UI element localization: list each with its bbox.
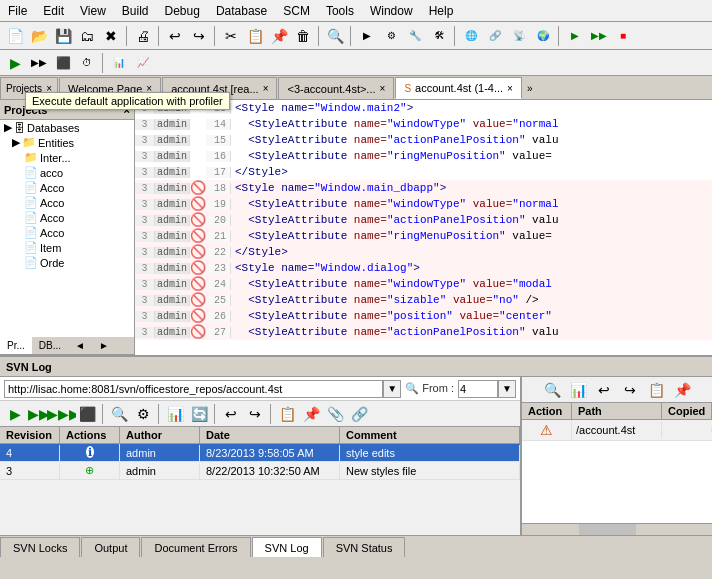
svn-stop-btn[interactable]: ⬛: [76, 403, 98, 425]
svn-run3-btn[interactable]: ▶▶▶: [52, 403, 74, 425]
svn-filter-btn[interactable]: ⚙: [132, 403, 154, 425]
find-btn[interactable]: 🔍: [324, 25, 346, 47]
print-btn[interactable]: 🖨: [132, 25, 154, 47]
new-btn[interactable]: 📄: [4, 25, 26, 47]
panel-tab-db[interactable]: DB...: [32, 337, 68, 354]
svn-url-input[interactable]: [4, 380, 383, 398]
tab-account-active-close[interactable]: ×: [507, 83, 513, 94]
bottom-tab-output[interactable]: Output: [81, 537, 140, 557]
panel-nav-prev[interactable]: ◄: [68, 337, 92, 354]
menu-window[interactable]: Window: [362, 2, 421, 20]
tab-overflow-btn[interactable]: »: [523, 81, 537, 96]
log-table[interactable]: Revision Actions Author Date Comment 4 ℹ…: [0, 427, 520, 535]
tab-3account[interactable]: <3-account.4st>... ×: [278, 77, 394, 99]
profile-btn[interactable]: ⏱: [76, 52, 98, 74]
run2-btn[interactable]: ▶▶: [588, 25, 610, 47]
build4-btn[interactable]: 🛠: [428, 25, 450, 47]
tree-item[interactable]: ▶ 📁 Entities: [0, 135, 134, 150]
tb2-btn2[interactable]: 📈: [132, 52, 154, 74]
url-dropdown-btn[interactable]: ▼: [383, 380, 401, 398]
tab-account-rea-close[interactable]: ×: [263, 83, 269, 94]
save-btn[interactable]: 💾: [52, 25, 74, 47]
cut-btn[interactable]: ✂: [220, 25, 242, 47]
right-btn5[interactable]: 📋: [645, 379, 667, 401]
panel-tab-pr[interactable]: Pr...: [0, 337, 32, 354]
svn-find-btn[interactable]: 🔍: [108, 403, 130, 425]
svn-extra1-btn[interactable]: 📋: [276, 403, 298, 425]
panel-nav-next[interactable]: ►: [92, 337, 116, 354]
bottom-tab-svnstatus[interactable]: SVN Status: [323, 537, 406, 557]
menu-tools[interactable]: Tools: [318, 2, 362, 20]
play-btn[interactable]: ▶: [4, 52, 26, 74]
svn-diff-btn[interactable]: 🔄: [188, 403, 210, 425]
from-dropdown-btn[interactable]: ▼: [498, 380, 516, 398]
right-btn2[interactable]: 📊: [567, 379, 589, 401]
col-comment[interactable]: Comment: [340, 427, 520, 443]
right-btn4[interactable]: ↪: [619, 379, 641, 401]
menu-file[interactable]: File: [0, 2, 35, 20]
tree-item[interactable]: 📁 Inter...: [0, 150, 134, 165]
tree-item[interactable]: 📄 Acco: [0, 225, 134, 240]
delete-btn[interactable]: 🗑: [292, 25, 314, 47]
menu-help[interactable]: Help: [421, 2, 462, 20]
net2-btn[interactable]: 🔗: [484, 25, 506, 47]
bottom-tab-docerrors[interactable]: Document Errors: [141, 537, 250, 557]
right-col-path[interactable]: Path: [572, 403, 662, 419]
build1-btn[interactable]: ▶: [356, 25, 378, 47]
tb2-btn1[interactable]: 📊: [108, 52, 130, 74]
svn-extra3-btn[interactable]: 📎: [324, 403, 346, 425]
tab-3account-close[interactable]: ×: [380, 83, 386, 94]
tree-item[interactable]: 📄 Acco: [0, 195, 134, 210]
right-row[interactable]: ⚠ /account.4st: [522, 420, 712, 441]
save-all-btn[interactable]: 🗂: [76, 25, 98, 47]
tree-item[interactable]: 📄 Orde: [0, 255, 134, 270]
right-col-copied[interactable]: Copied: [662, 403, 712, 419]
log-row-selected[interactable]: 4 ℹ admin 8/23/2013 9:58:05 AM style edi…: [0, 444, 520, 462]
tab-account-active[interactable]: S account.4st (1-4... ×: [395, 77, 522, 99]
menu-build[interactable]: Build: [114, 2, 157, 20]
svn-redo-btn[interactable]: ↪: [244, 403, 266, 425]
stop2-btn[interactable]: ⬛: [52, 52, 74, 74]
menu-scm[interactable]: SCM: [275, 2, 318, 20]
paste-btn[interactable]: 📌: [268, 25, 290, 47]
right-btn6[interactable]: 📌: [671, 379, 693, 401]
build2-btn[interactable]: ⚙: [380, 25, 402, 47]
col-date[interactable]: Date: [200, 427, 340, 443]
net1-btn[interactable]: 🌐: [460, 25, 482, 47]
redo-btn[interactable]: ↪: [188, 25, 210, 47]
step-btn[interactable]: ▶▶: [28, 52, 50, 74]
tree-item[interactable]: ▶ 🗄 Databases: [0, 120, 134, 135]
from-input[interactable]: [458, 380, 498, 398]
right-btn3[interactable]: ↩: [593, 379, 615, 401]
tree-item[interactable]: 📄 Item: [0, 240, 134, 255]
bottom-tab-svnlog[interactable]: SVN Log: [252, 537, 322, 557]
undo-btn[interactable]: ↩: [164, 25, 186, 47]
right-scrollbar[interactable]: [522, 523, 712, 535]
svn-run-btn[interactable]: ▶: [4, 403, 26, 425]
code-content[interactable]: 3 admin 13 <Style name="Window.main2"> 3…: [135, 100, 712, 355]
bottom-tab-svnlocks[interactable]: SVN Locks: [0, 537, 80, 557]
svn-graph-btn[interactable]: 📊: [164, 403, 186, 425]
right-col-action[interactable]: Action: [522, 403, 572, 419]
col-author[interactable]: Author: [120, 427, 200, 443]
net4-btn[interactable]: 🌍: [532, 25, 554, 47]
log-row[interactable]: 3 ⊕ admin 8/22/2013 10:32:50 AM New styl…: [0, 462, 520, 480]
menu-view[interactable]: View: [72, 2, 114, 20]
menu-edit[interactable]: Edit: [35, 2, 72, 20]
tree-item[interactable]: 📄 acco: [0, 165, 134, 180]
close-btn[interactable]: ✖: [100, 25, 122, 47]
tree-item[interactable]: 📄 Acco: [0, 210, 134, 225]
col-revision[interactable]: Revision: [0, 427, 60, 443]
svn-extra2-btn[interactable]: 📌: [300, 403, 322, 425]
menu-debug[interactable]: Debug: [157, 2, 208, 20]
tree-item[interactable]: 📄 Acco: [0, 180, 134, 195]
build3-btn[interactable]: 🔧: [404, 25, 426, 47]
net3-btn[interactable]: 📡: [508, 25, 530, 47]
svn-extra4-btn[interactable]: 🔗: [348, 403, 370, 425]
run-btn[interactable]: ▶: [564, 25, 586, 47]
open-btn[interactable]: 📂: [28, 25, 50, 47]
menu-database[interactable]: Database: [208, 2, 275, 20]
stop-btn[interactable]: ■: [612, 25, 634, 47]
col-actions[interactable]: Actions: [60, 427, 120, 443]
right-btn1[interactable]: 🔍: [541, 379, 563, 401]
